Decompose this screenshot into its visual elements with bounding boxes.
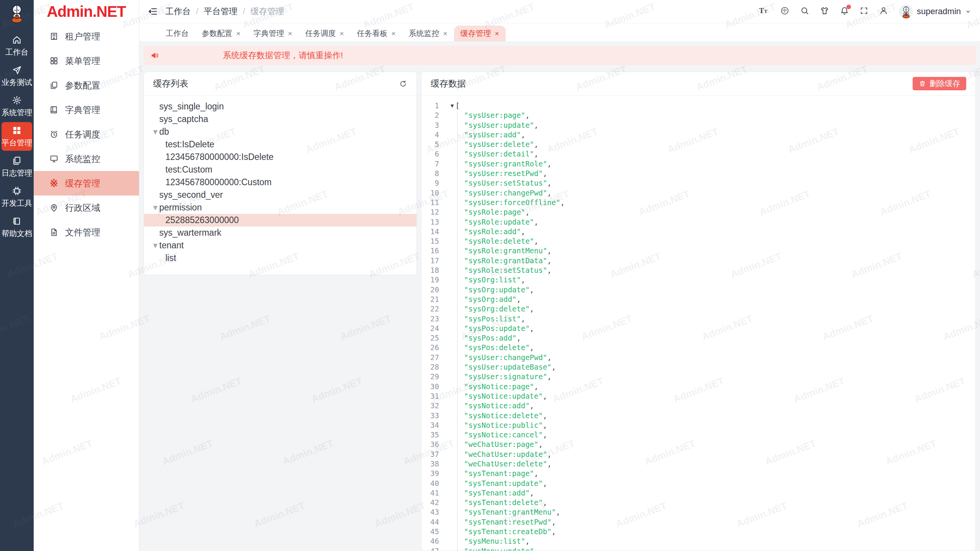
line-number: 6	[421, 149, 444, 159]
tree-node-db[interactable]: ▾db	[144, 126, 416, 138]
rail-item-label: 平台管理	[2, 138, 32, 148]
caret-down-icon[interactable]: ▾	[144, 240, 159, 251]
code-line: 7"sysUser:grantRole",	[421, 159, 975, 169]
tree-node-permission[interactable]: ▾permission	[144, 201, 416, 214]
monitor-icon	[49, 154, 59, 163]
line-number: 16	[421, 246, 444, 256]
code-line: 23"sysPos:list",	[421, 314, 975, 324]
tab-label: 参数配置	[202, 28, 232, 39]
sidebar-item-menu-grid[interactable]: 菜单管理	[34, 49, 139, 73]
sidebar-item-clock[interactable]: 任务调度	[34, 122, 139, 147]
code-line: 10"sysUser:changePwd",	[421, 188, 975, 198]
user-menu[interactable]: superadmin	[899, 5, 972, 19]
code-line: 45"sysTenant:createDb",	[421, 527, 975, 536]
tab-close-icon[interactable]: ×	[236, 30, 240, 37]
sidebar-item-building[interactable]: 租户管理	[34, 24, 139, 49]
sidebar-item-config[interactable]: 参数配置	[34, 73, 139, 98]
rail-item-logs[interactable]: 日志管理	[2, 152, 32, 181]
building-icon	[49, 32, 59, 41]
caret-down-icon[interactable]: ▾	[144, 127, 159, 137]
warning-alert: 系统缓存数据管理，请慎重操作!	[144, 46, 976, 65]
line-content: "sysOrg:add",	[444, 295, 521, 304]
fullscreen-icon[interactable]	[860, 7, 868, 16]
tab-close-icon[interactable]: ×	[288, 30, 292, 37]
line-content: "sysTenant:update",	[444, 479, 547, 488]
tab-close-icon[interactable]: ×	[495, 30, 499, 37]
user-avatar	[899, 5, 913, 19]
tab-3[interactable]: 字典管理×	[247, 26, 299, 41]
indent-guide	[457, 111, 458, 551]
json-viewer[interactable]: 1▼[2"sysUser:page",3"sysUser:update",4"s…	[421, 96, 975, 551]
panels-row: 缓存列表 sys_single_loginsys_captcha▾dbtest:…	[144, 72, 976, 551]
breadcrumb-item[interactable]: 平台管理	[204, 6, 237, 17]
code-line: 6"sysUser:detail",	[421, 149, 975, 159]
tree-node-label: sys_single_login	[159, 101, 224, 112]
theme-icon[interactable]	[820, 6, 829, 17]
delete-cache-button[interactable]: 删除缓存	[913, 77, 966, 90]
rail-item-gear[interactable]: 系统管理	[2, 92, 32, 121]
sidebar-item-dict[interactable]: 字典管理	[34, 98, 139, 122]
rail-item-chip[interactable]: 开发工具	[2, 183, 32, 211]
tree-node-123456780000000:Custom[interactable]: 123456780000000:Custom	[144, 176, 416, 189]
tab-1[interactable]: 工作台	[159, 26, 195, 41]
caret-down-icon[interactable]: ▾	[144, 202, 159, 213]
tab-label: 任务看板	[357, 28, 387, 39]
code-line: 9"sysUser:setStatus",	[421, 178, 975, 188]
tree-node-sys_second_ver[interactable]: sys_second_ver	[144, 189, 416, 201]
sidebar-item-monitor[interactable]: 系统监控	[34, 147, 139, 171]
line-number: 4	[421, 130, 444, 140]
sidebar-item-pin[interactable]: 行政区域	[34, 196, 139, 220]
tab-close-icon[interactable]: ×	[443, 30, 447, 37]
tree-node-list[interactable]: list	[144, 252, 416, 264]
refresh-icon[interactable]	[399, 80, 407, 88]
rail-item-home[interactable]: 工作台	[2, 31, 32, 60]
tab-6[interactable]: 系统监控×	[402, 26, 454, 41]
code-line: 4"sysUser:add",	[421, 130, 975, 140]
tree-node-sys_wartermark[interactable]: sys_wartermark	[144, 227, 416, 239]
tab-7[interactable]: 缓存管理×	[454, 26, 506, 41]
sidebar-item-file[interactable]: 文件管理	[34, 220, 139, 245]
tree-node-test:Custom[interactable]: test:Custom	[144, 163, 416, 176]
app-logo-mascot[interactable]	[8, 4, 26, 24]
cache-data-header: 缓存数据 删除缓存	[421, 72, 975, 96]
line-content: "sysUser:changePwd",	[444, 188, 552, 198]
tree-node-tenant[interactable]: ▾tenant	[144, 239, 416, 252]
font-size-icon[interactable]: TT	[759, 6, 769, 17]
line-number: 43	[421, 507, 444, 517]
rail-item-label: 开发工具	[2, 198, 32, 209]
line-content: "sysUser:grantRole",	[444, 159, 552, 169]
tree-node-123456780000000:IsDelete[interactable]: 123456780000000:IsDelete	[144, 151, 416, 163]
line-content: "sysPos:list",	[444, 314, 525, 324]
tab-label: 缓存管理	[461, 28, 491, 39]
sidebar-item-sparkle[interactable]: ※缓存管理	[34, 171, 139, 196]
language-icon[interactable]: 中	[780, 6, 789, 17]
rail-item-book[interactable]: 帮助文档	[2, 213, 32, 241]
rail-item-grid[interactable]: 平台管理	[2, 122, 32, 151]
search-icon[interactable]	[800, 6, 809, 17]
tab-4[interactable]: 任务调度×	[299, 26, 350, 41]
tree-node-sys_single_login[interactable]: sys_single_login	[144, 100, 416, 113]
rail-item-send[interactable]: 业务测试	[2, 62, 32, 90]
tab-close-icon[interactable]: ×	[340, 30, 344, 37]
line-number: 13	[421, 217, 444, 227]
tree-node-test:IsDelete[interactable]: test:IsDelete	[144, 138, 416, 151]
tab-5[interactable]: 任务看板×	[350, 26, 402, 41]
sidebar-item-label: 任务调度	[65, 129, 100, 140]
code-line: 31"sysNotice:update",	[421, 391, 975, 401]
code-line: 36"weChatUser:page",	[421, 440, 975, 449]
menu-fold-icon[interactable]	[148, 7, 158, 16]
collapse-caret-icon[interactable]: ▼	[451, 101, 454, 111]
sidebar-item-label: 参数配置	[65, 80, 100, 91]
tree-node-sys_captcha[interactable]: sys_captcha	[144, 113, 416, 126]
tab-label: 任务调度	[305, 28, 336, 39]
tree-node-label: sys_wartermark	[159, 228, 221, 238]
breadcrumb-item[interactable]: 工作台	[165, 6, 191, 17]
tree-node-label: permission	[159, 202, 202, 213]
tab-2[interactable]: 参数配置×	[195, 26, 247, 41]
bell-icon[interactable]	[840, 6, 849, 17]
tab-close-icon[interactable]: ×	[391, 30, 395, 37]
sidebar-item-label: 文件管理	[65, 227, 100, 238]
tree-node-252885263000000[interactable]: 252885263000000	[144, 214, 416, 227]
user-icon[interactable]	[879, 6, 888, 17]
code-line: 24"sysPos:update",	[421, 324, 975, 333]
